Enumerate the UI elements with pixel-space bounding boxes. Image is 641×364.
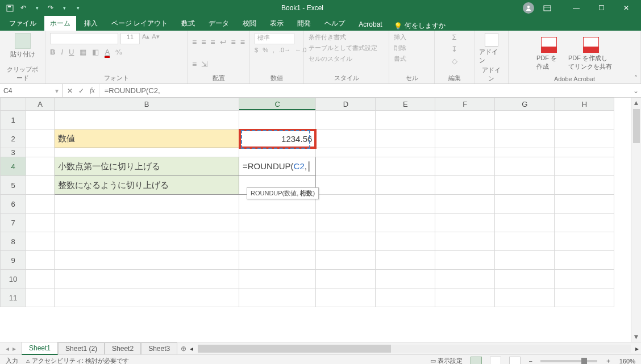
zoom-slider[interactable] bbox=[540, 360, 597, 362]
cell-H7[interactable] bbox=[555, 214, 614, 232]
cell-C9[interactable] bbox=[239, 251, 316, 270]
cell-D7[interactable] bbox=[316, 214, 376, 232]
cell-H6[interactable] bbox=[555, 195, 614, 214]
cell-H11[interactable] bbox=[555, 288, 614, 307]
format-cells-button[interactable]: 書式 bbox=[394, 55, 406, 63]
fill-icon[interactable]: ↧ bbox=[451, 45, 457, 53]
cell-H4[interactable] bbox=[555, 157, 614, 176]
align-right-icon[interactable]: ≡ bbox=[192, 60, 197, 69]
row-header-8[interactable]: 8 bbox=[1, 232, 26, 251]
tab-home[interactable]: ホーム bbox=[44, 16, 76, 31]
cell-E1[interactable] bbox=[376, 111, 435, 129]
row-header-6[interactable]: 6 bbox=[1, 195, 26, 214]
cell-E9[interactable] bbox=[376, 251, 435, 270]
tab-formulas[interactable]: 数式 bbox=[176, 16, 201, 31]
col-header-G[interactable]: G bbox=[495, 98, 555, 111]
cell-B6[interactable] bbox=[55, 195, 239, 214]
scroll-up-icon[interactable]: ▲ bbox=[631, 98, 641, 108]
cell-F5[interactable] bbox=[435, 176, 495, 195]
tab-layout[interactable]: ページ レイアウト bbox=[106, 16, 173, 31]
grow-font-icon[interactable]: A▴ bbox=[142, 33, 149, 44]
display-settings-button[interactable]: ▭ 表示設定 bbox=[430, 357, 463, 364]
cell-C10[interactable] bbox=[239, 270, 316, 288]
cell-A5[interactable] bbox=[26, 176, 55, 195]
cell-H3[interactable] bbox=[555, 148, 614, 157]
select-all-corner[interactable] bbox=[1, 98, 26, 111]
cell-D1[interactable] bbox=[316, 111, 376, 129]
undo-menu-icon[interactable]: ▾ bbox=[33, 4, 41, 12]
col-header-F[interactable]: F bbox=[435, 98, 495, 111]
cell-D8[interactable] bbox=[316, 232, 376, 251]
merge-icon[interactable]: ⇲ bbox=[201, 60, 208, 69]
cell-H2[interactable] bbox=[555, 129, 614, 148]
cell-A1[interactable] bbox=[26, 111, 55, 129]
cell-G7[interactable] bbox=[495, 214, 555, 232]
view-page-break-icon[interactable] bbox=[509, 357, 521, 365]
cell-C1[interactable] bbox=[239, 111, 316, 129]
row-header-1[interactable]: 1 bbox=[1, 111, 26, 129]
cell-F8[interactable] bbox=[435, 232, 495, 251]
row-header-9[interactable]: 9 bbox=[1, 251, 26, 270]
cell-E8[interactable] bbox=[376, 232, 435, 251]
cell-G11[interactable] bbox=[495, 288, 555, 307]
hscroll-left-icon[interactable]: ◂ bbox=[190, 345, 193, 353]
cell-B10[interactable] bbox=[55, 270, 239, 288]
cell-E3[interactable] bbox=[376, 148, 435, 157]
align-left-icon[interactable]: ≡ bbox=[231, 37, 236, 47]
cell-E10[interactable] bbox=[376, 270, 435, 288]
add-sheet-icon[interactable]: ⊕ bbox=[177, 345, 190, 353]
cell-B4[interactable]: 小数点第一位に切り上げる bbox=[55, 157, 239, 176]
fill-color-icon[interactable]: ◧ bbox=[92, 48, 99, 56]
row-header-11[interactable]: 11 bbox=[1, 288, 26, 307]
cell-C2[interactable]: 1234.56 bbox=[239, 129, 316, 148]
col-header-D[interactable]: D bbox=[316, 98, 376, 111]
autosum-icon[interactable]: Σ bbox=[452, 33, 456, 41]
hscroll-right-icon[interactable]: ▸ bbox=[635, 345, 639, 353]
cell-C8[interactable] bbox=[239, 232, 316, 251]
tab-view[interactable]: 表示 bbox=[264, 16, 289, 31]
account-avatar[interactable] bbox=[523, 2, 534, 14]
cell-styles-button[interactable]: セルのスタイル bbox=[309, 55, 352, 63]
worksheet-grid[interactable]: ABCDEFGH12数値1234.5634小数点第一位に切り上げる=ROUNDU… bbox=[0, 98, 641, 342]
tab-dev[interactable]: 開発 bbox=[292, 16, 317, 31]
inc-decimal-icon[interactable]: .0→ bbox=[279, 47, 290, 53]
cell-C7[interactable] bbox=[239, 214, 316, 232]
align-middle-icon[interactable]: ≡ bbox=[201, 37, 206, 47]
font-color-icon[interactable]: A bbox=[105, 48, 110, 56]
cell-B8[interactable] bbox=[55, 232, 239, 251]
col-header-E[interactable]: E bbox=[376, 98, 435, 111]
cell-D10[interactable] bbox=[316, 270, 376, 288]
cell-D3[interactable] bbox=[316, 148, 376, 157]
maximize-icon[interactable]: ☐ bbox=[593, 4, 609, 12]
cell-D9[interactable] bbox=[316, 251, 376, 270]
paste-button[interactable]: 貼り付け bbox=[9, 33, 36, 58]
cell-C4[interactable]: =ROUNDUP(C2,│ bbox=[239, 157, 316, 176]
cell-D11[interactable] bbox=[316, 288, 376, 307]
conditional-format-button[interactable]: 条件付き書式 bbox=[309, 33, 346, 41]
cell-D2[interactable] bbox=[316, 129, 376, 148]
undo-icon[interactable]: ↶ bbox=[19, 4, 27, 12]
col-header-H[interactable]: H bbox=[555, 98, 614, 111]
align-center-icon[interactable]: ≡ bbox=[240, 37, 245, 47]
cell-B9[interactable] bbox=[55, 251, 239, 270]
row-header-4[interactable]: 4 bbox=[1, 157, 26, 176]
cell-H1[interactable] bbox=[555, 111, 614, 129]
horizontal-scrollbar[interactable]: ◂ ▸ bbox=[190, 345, 641, 353]
cell-G1[interactable] bbox=[495, 111, 555, 129]
pdf-create-button[interactable]: PDF を作成 bbox=[535, 37, 563, 71]
cell-B5[interactable]: 整数になるように切り上げる bbox=[55, 176, 239, 195]
font-size-select[interactable]: 11 bbox=[120, 33, 140, 44]
comma-icon[interactable]: , bbox=[273, 47, 274, 53]
row-header-10[interactable]: 10 bbox=[1, 270, 26, 288]
cell-E11[interactable] bbox=[376, 288, 435, 307]
accessibility-status[interactable]: ஃ アクセシビリティ: 検討が必要です bbox=[26, 357, 129, 364]
wrap-text-icon[interactable]: ↩ bbox=[220, 37, 227, 47]
cell-B7[interactable] bbox=[55, 214, 239, 232]
cell-A3[interactable] bbox=[26, 148, 55, 157]
cell-E2[interactable] bbox=[376, 129, 435, 148]
cell-F9[interactable] bbox=[435, 251, 495, 270]
cell-H8[interactable] bbox=[555, 232, 614, 251]
cell-F4[interactable] bbox=[435, 157, 495, 176]
vertical-scrollbar[interactable]: ▲ ▼ bbox=[631, 98, 641, 342]
delete-cells-button[interactable]: 削除 bbox=[394, 44, 406, 52]
